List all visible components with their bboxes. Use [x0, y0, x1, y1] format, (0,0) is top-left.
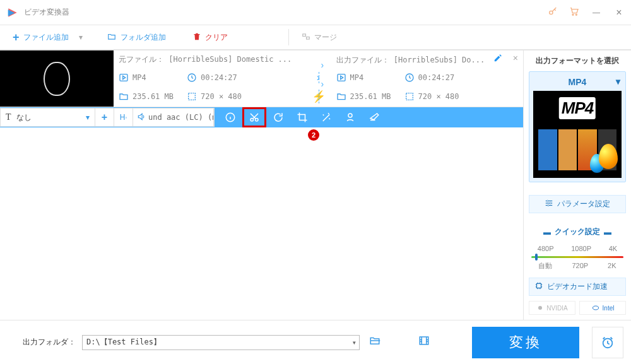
toolbar: + ファイル追加 ▾ フォルダ追加 クリア マージ	[0, 25, 631, 50]
output-folder-select[interactable]: D:\【Test Files】 ▾	[82, 335, 360, 350]
add-file-label: ファイル追加	[23, 32, 69, 43]
output-format-box[interactable]: MP4 ▾ MP4	[529, 71, 626, 182]
svg-point-20	[548, 204, 549, 206]
output-folder-path: D:\【Test Files】	[86, 337, 161, 348]
svg-point-18	[547, 200, 548, 201]
chevron-right-icon: ›	[321, 60, 324, 70]
gpu-label: ビデオカード加速	[547, 281, 608, 292]
add-file-dropdown[interactable]: ▾	[76, 33, 85, 42]
cut-button[interactable]	[242, 107, 266, 127]
parameter-settings-button[interactable]: パラメータ設定	[529, 195, 626, 213]
app-logo-icon	[6, 6, 19, 19]
chevron-down-icon: ▾	[352, 338, 357, 347]
add-file-button[interactable]: + ファイル追加	[8, 28, 74, 47]
subtitle-edit-button[interactable]	[362, 107, 386, 127]
preset-2k[interactable]: 2K	[608, 262, 616, 269]
out-format: MP4	[350, 73, 364, 82]
app-title: ビデオ変換器	[24, 7, 69, 18]
sidebar: 出力フォーマットを選択 MP4 ▾ MP4 パラメータ設定 ▬ クイック設定 ▬	[523, 50, 631, 320]
effect-button[interactable]	[314, 107, 338, 127]
nvidia-badge: NVIDIA	[529, 301, 575, 315]
svg-point-0	[550, 11, 553, 14]
audio-value: und aac (LC) (mp	[148, 113, 214, 122]
title-bar: ビデオ変換器 — ×	[0, 0, 631, 25]
svg-rect-10	[406, 93, 413, 100]
preset-1080p[interactable]: 1080P	[571, 245, 591, 252]
edit-toolbar: T なし ▾ + H◦ und aac (LC) (mp ▾	[0, 107, 523, 127]
preset-4k[interactable]: 4K	[609, 245, 617, 252]
edit-pencil-icon[interactable]	[493, 56, 502, 64]
clock-icon	[187, 73, 197, 83]
quick-settings-grid: 480P 1080P 4K 自動 720P 2K	[529, 243, 626, 271]
svg-point-14	[348, 114, 352, 117]
src-size: 235.61 MB	[133, 92, 174, 101]
add-subtitle-button[interactable]: +	[95, 109, 114, 126]
param-label: パラメータ設定	[557, 199, 610, 209]
intel-badge: Intel	[579, 301, 626, 315]
open-folder-button[interactable]	[366, 335, 384, 349]
trash-icon	[192, 32, 201, 43]
quality-slider[interactable]	[531, 256, 623, 258]
plus-icon: +	[13, 31, 20, 44]
svg-point-2	[575, 14, 577, 15]
clear-button[interactable]: クリア	[187, 30, 233, 45]
quick-label: クイック設定	[555, 226, 600, 237]
film-icon	[119, 73, 129, 83]
key-icon[interactable]	[548, 6, 558, 18]
crop-button[interactable]	[290, 107, 314, 127]
convert-label: 変換	[509, 333, 542, 352]
video-thumbnail[interactable]	[0, 50, 114, 107]
subtitle-value: なし	[16, 112, 32, 123]
src-format: MP4	[133, 73, 146, 82]
watermark-button[interactable]	[338, 107, 362, 127]
minimize-button[interactable]: —	[591, 8, 602, 17]
folder-icon	[336, 91, 346, 102]
clear-label: クリア	[205, 32, 228, 43]
out-size: 235.61 MB	[350, 92, 391, 101]
cart-icon[interactable]	[569, 6, 579, 18]
svg-rect-4	[306, 37, 309, 39]
merge-label: マージ	[314, 32, 337, 43]
gpu-accel-button[interactable]: ビデオカード加速	[529, 278, 626, 296]
format-badge: MP4	[559, 97, 596, 119]
src-dims: 720 × 480	[201, 92, 242, 101]
file-row: × 元ファイル： [HorribleSubs] Domestic ... › 出…	[0, 50, 523, 107]
sliders-icon	[545, 199, 553, 209]
folder-icon	[119, 91, 129, 102]
audio-select[interactable]: und aac (LC) (mp ▾	[133, 109, 214, 126]
svg-rect-7	[338, 74, 345, 81]
chevron-down-icon[interactable]: ▾	[616, 76, 620, 86]
output-folder-label: 出力フォルダ：	[23, 337, 76, 348]
dash-icon: ▬	[604, 228, 611, 237]
svg-rect-21	[537, 284, 541, 288]
h-button[interactable]: H◦	[114, 109, 133, 126]
preset-auto[interactable]: 自動	[538, 261, 552, 271]
svg-rect-9	[189, 93, 196, 100]
svg-rect-24	[420, 337, 428, 344]
merge-button: マージ	[297, 30, 342, 45]
film-folder-button[interactable]	[415, 335, 433, 349]
rotate-button[interactable]	[266, 107, 290, 127]
dash-icon: ▬	[543, 228, 551, 237]
svg-point-23	[593, 306, 598, 310]
out-dims: 720 × 480	[418, 92, 459, 101]
folder-icon	[107, 32, 117, 43]
clock-icon	[404, 73, 415, 83]
text-icon: T	[6, 112, 11, 122]
info-button[interactable]	[218, 107, 242, 127]
out-duration: 00:24:27	[418, 73, 455, 82]
preset-720p[interactable]: 720P	[572, 262, 588, 269]
convert-button[interactable]: 変換	[472, 327, 579, 358]
sidebar-title: 出力フォーマットを選択	[529, 56, 626, 66]
svg-point-1	[572, 14, 574, 15]
schedule-button[interactable]	[592, 327, 623, 358]
add-folder-button[interactable]: フォルダ追加	[102, 30, 171, 45]
quick-settings-header: ▬ クイック設定 ▬	[529, 225, 626, 239]
dimensions-icon	[404, 91, 415, 102]
chevron-down-icon: ▾	[86, 113, 90, 122]
src-duration: 00:24:27	[201, 73, 237, 82]
format-label: MP4	[569, 77, 587, 87]
close-button[interactable]: ×	[613, 7, 625, 18]
subtitle-select[interactable]: T なし ▾	[1, 109, 95, 126]
preset-480p[interactable]: 480P	[538, 245, 554, 252]
